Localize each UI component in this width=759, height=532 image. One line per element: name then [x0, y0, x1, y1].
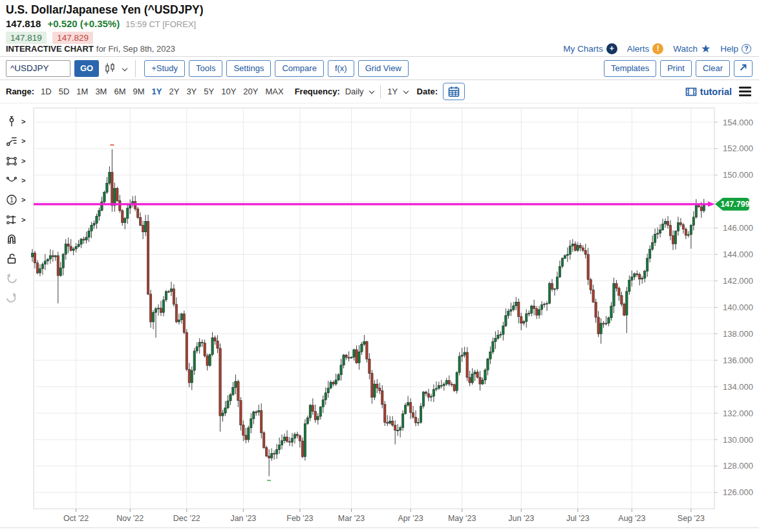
chart-region: > > > > 1 >: [0, 103, 759, 530]
svg-text:126.000: 126.000: [723, 487, 753, 497]
range-bar-divider: [380, 85, 381, 98]
svg-text:Mar '23: Mar '23: [338, 514, 365, 523]
quote-header: U.S. Dollar/Japanese Yen (^USDJPY) 147.8…: [0, 0, 759, 41]
date-label: Date:: [417, 87, 438, 96]
svg-text:Aug '23: Aug '23: [618, 514, 645, 523]
chevron-down-icon: [403, 89, 408, 94]
page-title: U.S. Dollar/Japanese Yen (^USDJPY): [6, 3, 759, 17]
range-option-max[interactable]: MAX: [265, 87, 283, 96]
redo-button[interactable]: [5, 288, 34, 308]
svg-text:138.000: 138.000: [723, 329, 753, 339]
my-charts-link[interactable]: My Charts +: [563, 43, 617, 54]
range-bar-right: tutorial: [685, 87, 751, 97]
svg-text:132.000: 132.000: [723, 409, 753, 418]
plus-circle-icon: +: [606, 43, 617, 54]
range-option-3y[interactable]: 3Y: [186, 87, 197, 96]
svg-text:Dec '22: Dec '22: [173, 514, 200, 523]
svg-text:Jan '23: Jan '23: [230, 514, 256, 523]
arrow-up-right-icon: [739, 63, 747, 72]
toolbar-right: TemplatesPrintClear: [604, 60, 753, 77]
number-annotation-tool[interactable]: 1 >: [5, 190, 34, 209]
svg-text:150.000: 150.000: [723, 170, 753, 180]
crosshair-tool[interactable]: >: [5, 112, 34, 131]
chevron-right-icon: >: [21, 157, 25, 165]
toolbar-divider: [135, 60, 136, 77]
range-label: Range:: [6, 87, 34, 96]
range-bar: Range: 1D5D1M3M6M9M1Y2Y3Y5Y10Y20YMAX Fre…: [0, 80, 759, 103]
chevron-right-icon: >: [21, 196, 25, 204]
range-options: 1D5D1M3M6M9M1Y2Y3Y5Y10Y20YMAX: [41, 87, 291, 96]
toolbar-button-grid-view[interactable]: Grid View: [358, 60, 409, 77]
toolbar-button-print[interactable]: Print: [660, 60, 692, 77]
range-option-1d[interactable]: 1D: [41, 87, 52, 96]
svg-text:Nov '22: Nov '22: [116, 514, 144, 523]
tutorial-link[interactable]: tutorial: [685, 87, 732, 97]
unlock-tool[interactable]: [5, 249, 34, 268]
svg-text:May '23: May '23: [448, 514, 476, 523]
svg-text:128.000: 128.000: [723, 461, 753, 471]
range-option-20y[interactable]: 20Y: [243, 87, 258, 96]
range-option-2y[interactable]: 2Y: [169, 87, 179, 96]
film-icon: [685, 87, 697, 97]
magnet-tool[interactable]: [5, 229, 34, 249]
toolbar-button-compare[interactable]: Compare: [275, 60, 323, 77]
go-button[interactable]: GO: [74, 60, 99, 77]
chevron-right-icon: >: [21, 118, 25, 125]
arc-tool[interactable]: >: [5, 171, 34, 190]
svg-text:134.000: 134.000: [723, 382, 753, 392]
toolbar-button-f-x[interactable]: f(x): [328, 60, 354, 77]
toolbar-button-study[interactable]: +Study: [144, 60, 185, 77]
range-option-5d[interactable]: 5D: [59, 87, 70, 96]
range-option-5y[interactable]: 5Y: [204, 87, 214, 96]
hamburger-icon[interactable]: [739, 87, 751, 96]
svg-text:Feb '23: Feb '23: [286, 514, 313, 523]
toolbar-buttons: +StudyToolsSettingsComparef(x)Grid View: [144, 60, 409, 77]
svg-text:146.000: 146.000: [723, 223, 753, 233]
svg-text:154.000: 154.000: [723, 118, 753, 127]
chevron-right-icon: >: [21, 176, 25, 184]
last-price: 147.818: [6, 18, 41, 29]
help-link[interactable]: Help ?: [720, 44, 751, 54]
toolbar-button-settings[interactable]: Settings: [226, 60, 271, 77]
toolbar-button-tools[interactable]: Tools: [189, 60, 222, 77]
range-option-3m[interactable]: 3M: [95, 87, 107, 96]
period-dropdown[interactable]: 1Y: [387, 87, 407, 96]
toolbar-button-templates[interactable]: Templates: [604, 60, 656, 77]
trendline-tool[interactable]: >: [5, 131, 34, 151]
svg-text:130.000: 130.000: [723, 435, 753, 445]
svg-text:Oct '22: Oct '22: [63, 514, 89, 523]
frequency-dropdown[interactable]: Daily: [345, 87, 374, 96]
subheader: INTERACTIVE CHARTfor Fri, Sep 8th, 2023 …: [0, 41, 759, 57]
chevron-right-icon: >: [21, 216, 25, 224]
price-change: +0.520 (+0.35%): [47, 18, 120, 29]
alert-circle-icon: !: [652, 43, 663, 54]
undo-button[interactable]: [5, 268, 34, 288]
shapes-tool[interactable]: >: [5, 151, 34, 171]
help-circle-icon: ?: [742, 44, 751, 54]
symbol-input[interactable]: [6, 60, 70, 77]
expand-chart-button[interactable]: [734, 60, 753, 77]
chart-type-selector[interactable]: [104, 63, 127, 74]
range-option-1y[interactable]: 1Y: [152, 87, 162, 96]
quote-line: 147.818 +0.520 (+0.35%) 15:59 CT [FOREX]: [6, 18, 759, 29]
calendar-button[interactable]: [443, 83, 465, 100]
drawing-tools-panel: > > > > 1 >: [5, 112, 34, 308]
range-option-1m[interactable]: 1M: [76, 87, 88, 96]
header-links: My Charts + Alerts ! Watch ★ Help ?: [563, 43, 751, 54]
svg-text:140.000: 140.000: [723, 303, 753, 312]
toolbar-button-clear[interactable]: Clear: [696, 60, 730, 77]
range-option-9m[interactable]: 9M: [133, 87, 145, 96]
range-option-6m[interactable]: 6M: [114, 87, 125, 96]
toolbar-left: GO +StudyToolsSettingsComparef(x)Grid Vi…: [6, 60, 409, 77]
range-option-10y[interactable]: 10Y: [221, 87, 236, 96]
interactive-chart-label: INTERACTIVE CHART: [6, 44, 94, 54]
quote-time: 15:59 CT [FOREX]: [125, 19, 196, 29]
calendar-icon: [447, 85, 460, 98]
svg-text:147.799: 147.799: [720, 200, 749, 209]
watch-link[interactable]: Watch ★: [673, 43, 711, 54]
interactive-chart-caption: INTERACTIVE CHARTfor Fri, Sep 8th, 2023: [6, 43, 175, 54]
measure-tool[interactable]: >: [5, 209, 34, 229]
chart-canvas[interactable]: 154.000152.000150.000146.000144.000142.0…: [0, 103, 759, 530]
alerts-link[interactable]: Alerts !: [627, 43, 664, 54]
chart-toolbar: GO +StudyToolsSettingsComparef(x)Grid Vi…: [0, 57, 759, 80]
